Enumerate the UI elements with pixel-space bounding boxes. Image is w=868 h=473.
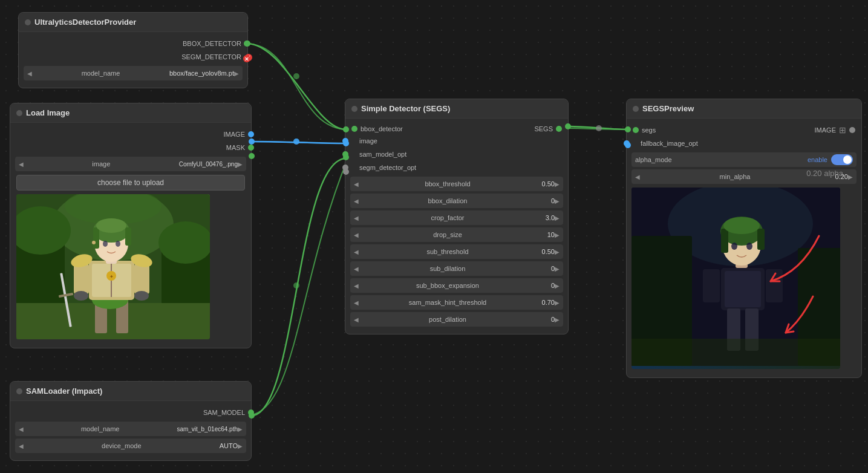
bbox-threshold-param[interactable]: ◀ bbox_threshold 0.50 ▶ xyxy=(350,177,563,191)
crop-factor-left[interactable]: ◀ xyxy=(354,215,359,221)
sam-loader-body: SAM_MODEL ◀ model_name sam_vit_b_01ec64.… xyxy=(10,401,251,460)
drop-size-param[interactable]: ◀ drop_size 10 ▶ xyxy=(350,227,563,242)
sub-threshold-param[interactable]: ◀ sub_threshold 0.50 ▶ xyxy=(350,244,563,259)
bbox-dilation-right[interactable]: ▶ xyxy=(555,198,560,204)
image-out-port-row: IMAGE xyxy=(10,128,251,141)
bbox-threshold-value: 0.50 xyxy=(537,180,555,188)
post-dilation-right[interactable]: ▶ xyxy=(555,316,560,323)
image-out-segs-port[interactable] xyxy=(849,127,855,133)
fallback-image-port[interactable] xyxy=(624,140,630,146)
device-mode-label: device_mode xyxy=(24,442,220,449)
sub-dilation-param[interactable]: ◀ sub_dilation 0 ▶ xyxy=(350,261,563,276)
sub-bbox-expansion-left[interactable]: ◀ xyxy=(354,282,359,289)
sam-model-name-value: sam_vit_b_01ec64.pth xyxy=(177,426,238,432)
segs-in-port[interactable] xyxy=(633,127,639,133)
device-mode-left-arrow[interactable]: ◀ xyxy=(19,443,24,449)
sub-dilation-right[interactable]: ▶ xyxy=(555,266,560,272)
image-param-right-arrow[interactable]: ▶ xyxy=(238,161,243,168)
sam-model-opt-port-row: sam_model_opt xyxy=(345,148,568,161)
sam-model-name-left-arrow[interactable]: ◀ xyxy=(19,426,24,432)
bbox-detector-port[interactable] xyxy=(244,41,250,47)
alpha-mode-param: alpha_mode enable xyxy=(631,152,857,167)
segs-preview-body: segs IMAGE ⊞ fallback_image_opt alpha_mo… xyxy=(627,119,861,377)
ultralytics-header: UltralyticsDetectorProvider xyxy=(19,13,247,32)
svg-rect-42 xyxy=(757,229,765,250)
drop-size-right[interactable]: ▶ xyxy=(555,232,560,238)
image-in-port-row: image xyxy=(345,134,568,148)
image-param-label: image xyxy=(24,160,179,168)
sam-model-name-param[interactable]: ◀ model_name sam_vit_b_01ec64.pth ▶ xyxy=(15,422,246,436)
bbox-threshold-left[interactable]: ◀ xyxy=(354,181,359,188)
bbox-dilation-label: bbox_dilation xyxy=(359,197,537,204)
image-out-port[interactable] xyxy=(248,131,254,137)
image-in-port[interactable] xyxy=(342,138,348,144)
alpha-mode-toggle[interactable] xyxy=(831,154,853,165)
sub-threshold-left[interactable]: ◀ xyxy=(354,249,359,255)
drop-size-left[interactable]: ◀ xyxy=(354,232,359,238)
sub-threshold-right[interactable]: ▶ xyxy=(555,249,560,255)
bbox-threshold-right[interactable]: ▶ xyxy=(555,181,560,188)
sub-dilation-value: 0 xyxy=(537,265,555,272)
sam-loader-header: SAMLoader (Impact) xyxy=(10,382,251,401)
character-svg: ✦ xyxy=(16,194,210,339)
model-name-left-arrow[interactable]: ◀ xyxy=(27,70,32,77)
svg-point-26 xyxy=(103,241,108,247)
post-dilation-param[interactable]: ◀ post_dilation 0 ▶ xyxy=(350,312,563,327)
image-param-value: ComfyUI_00476_.png xyxy=(179,161,238,168)
min-alpha-right[interactable]: ▶ xyxy=(848,174,853,180)
sub-dilation-left[interactable]: ◀ xyxy=(354,266,359,272)
sam-model-port-row: SAM_MODEL xyxy=(10,406,251,419)
svg-rect-41 xyxy=(721,229,728,253)
min-alpha-left[interactable]: ◀ xyxy=(635,174,640,180)
bbox-dilation-param[interactable]: ◀ bbox_dilation 0 ▶ xyxy=(350,194,563,208)
segs-out-port[interactable] xyxy=(556,126,562,132)
sam-loader-title: SAMLoader (Impact) xyxy=(26,387,102,396)
drop-size-label: drop_size xyxy=(359,231,537,238)
sub-bbox-expansion-param[interactable]: ◀ sub_bbox_expansion 0 ▶ xyxy=(350,278,563,293)
svg-point-17 xyxy=(134,291,149,301)
sam-mask-hint-right[interactable]: ▶ xyxy=(555,299,560,306)
bbox-dilation-left[interactable]: ◀ xyxy=(354,198,359,204)
sam-model-name-right-arrow[interactable]: ▶ xyxy=(238,426,243,432)
min-alpha-label: min_alpha xyxy=(640,173,830,180)
sam-mask-hint-param[interactable]: ◀ sam_mask_hint_threshold 0.70 ▶ xyxy=(350,295,563,310)
bbox-detector-in-port[interactable] xyxy=(351,126,357,132)
svg-rect-52 xyxy=(631,339,840,366)
segm-detector-opt-port[interactable] xyxy=(342,165,348,171)
image-param[interactable]: ◀ image ComfyUI_00476_.png ▶ xyxy=(15,157,246,171)
upload-button[interactable]: choose file to upload xyxy=(16,175,245,191)
post-dilation-left[interactable]: ◀ xyxy=(354,316,359,323)
ultralytics-node: UltralyticsDetectorProvider BBOX_DETECTO… xyxy=(18,12,248,88)
segs-preview-node: SEGSPreview segs IMAGE ⊞ fallback_image_… xyxy=(626,99,862,378)
svg-rect-14 xyxy=(74,264,89,294)
bbox-detector-port-row: BBOX_DETECTOR xyxy=(19,37,247,50)
mask-out-label: MASK xyxy=(226,144,245,151)
bbox-dilation-value: 0 xyxy=(537,197,555,204)
sam-model-opt-port[interactable] xyxy=(342,151,348,157)
sam-loader-status-dot xyxy=(16,388,22,394)
model-name-param[interactable]: ◀ model_name bbox/face_yolov8m.pt ▶ xyxy=(24,66,243,80)
segs-in-label: segs xyxy=(642,126,656,134)
sam-model-port[interactable] xyxy=(248,409,254,416)
sub-bbox-expansion-right[interactable]: ▶ xyxy=(555,282,560,289)
alpha-mode-value: enable xyxy=(808,156,827,163)
model-name-right-arrow[interactable]: ▶ xyxy=(234,70,239,77)
segm-detector-label: SEGM_DETECTOR xyxy=(181,53,241,60)
grid-icon: ⊞ xyxy=(839,125,846,135)
mask-out-port[interactable] xyxy=(248,145,254,151)
load-image-status-dot xyxy=(16,110,22,116)
crop-factor-right[interactable]: ▶ xyxy=(555,215,560,221)
simple-detector-node: Simple Detector (SEGS) bbox_detector SEG… xyxy=(345,99,569,334)
sam-mask-hint-left[interactable]: ◀ xyxy=(354,299,359,306)
model-name-value: bbox/face_yolov8m.pt xyxy=(169,70,234,77)
load-image-header: Load Image xyxy=(10,103,251,123)
crop-factor-param[interactable]: ◀ crop_factor 3.0 ▶ xyxy=(350,210,563,225)
simple-detector-body: bbox_detector SEGS image sam_model_opt s… xyxy=(345,119,568,334)
simple-detector-title: Simple Detector (SEGS) xyxy=(361,104,450,113)
fallback-image-port-row: fallback_image_opt xyxy=(627,137,861,150)
image-param-left-arrow[interactable]: ◀ xyxy=(19,161,24,168)
device-mode-right-arrow[interactable]: ▶ xyxy=(238,443,243,449)
image-preview: ✦ xyxy=(16,194,210,339)
segm-detector-port-row: SEGM_DETECTOR ✕ xyxy=(19,50,247,64)
device-mode-param[interactable]: ◀ device_mode AUTO ▶ xyxy=(15,439,246,453)
